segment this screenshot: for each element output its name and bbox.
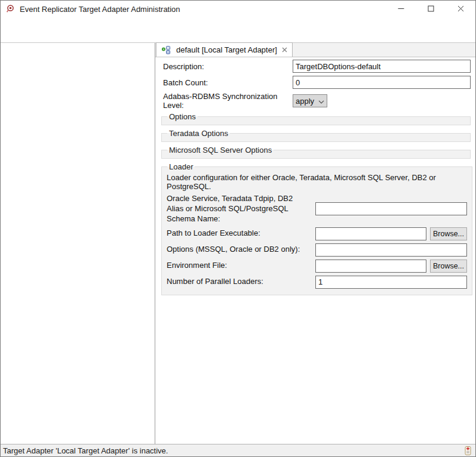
loader-group: Loader Loader configuration for either O… [161, 162, 472, 295]
app-window: Event Replicator Target Adapter Administ… [0, 0, 476, 457]
tab-close-icon[interactable] [282, 47, 287, 53]
maximize-icon [428, 5, 434, 14]
maximize-button[interactable] [416, 1, 446, 17]
options-group: Options [161, 112, 471, 125]
status-bar: Target Adapter 'Local Target Adapter' is… [1, 444, 475, 456]
minimize-button[interactable] [386, 1, 416, 17]
chevron-down-icon [318, 97, 324, 106]
menu-bar [1, 17, 475, 30]
loader-group-title: Loader [167, 162, 195, 171]
environment-file-row: Environment File: Browse... [167, 260, 467, 273]
main-area: default [Local Target Adapter] Descripti… [1, 42, 475, 444]
toolbar [1, 30, 475, 42]
window-controls [386, 1, 475, 17]
parallel-loaders-input[interactable] [315, 276, 467, 289]
sync-level-label: Adabas-RDBMS Synchronization Level: [163, 92, 293, 110]
batch-count-input[interactable] [293, 76, 471, 89]
description-input[interactable] [293, 60, 471, 73]
editor-tab[interactable]: default [Local Target Adapter] [156, 42, 293, 57]
title-bar: Event Replicator Target Adapter Administ… [1, 1, 475, 17]
schema-name-label: Oracle Service, Teradata Tdpip, DB2 Alia… [167, 194, 311, 224]
loader-path-browse-button[interactable]: Browse... [430, 227, 467, 240]
target-db-options-icon [161, 45, 171, 55]
loader-options-row: Options (MSSQL, Oracle or DB2 only): [167, 243, 467, 257]
environment-file-browse-button[interactable]: Browse... [430, 260, 467, 273]
environment-file-input[interactable] [315, 260, 426, 273]
environment-file-label: Environment File: [167, 261, 311, 271]
loader-options-input[interactable] [315, 243, 467, 257]
schema-name-input[interactable] [315, 202, 467, 215]
loader-path-input[interactable] [315, 227, 426, 240]
sync-level-row: Adabas-RDBMS Synchronization Level: appl… [163, 92, 471, 110]
editor-tab-bar: default [Local Target Adapter] [155, 43, 475, 57]
status-indicator-icon [464, 446, 472, 456]
loader-path-label: Path to Loader Executable: [167, 229, 311, 239]
editor-area: default [Local Target Adapter] Descripti… [155, 43, 475, 444]
status-text: Target Adapter 'Local Target Adapter' is… [3, 446, 168, 455]
mssql-group-title: Microsoft SQL Server Options [167, 146, 274, 155]
teradata-group-title: Teradata Options [167, 129, 230, 138]
loader-description: Loader configuration for either Oracle, … [167, 173, 467, 191]
sync-level-select[interactable]: apply [293, 94, 327, 107]
sync-level-value: apply [296, 97, 316, 106]
loader-path-row: Path to Loader Executable: Browse... [167, 227, 467, 240]
editor-form: Description: Batch Count: Adabas-RDBMS S… [155, 57, 475, 444]
batch-count-label: Batch Count: [163, 78, 293, 87]
description-row: Description: [163, 60, 471, 73]
minimize-icon [398, 5, 404, 14]
editor-tab-label: default [Local Target Adapter] [176, 45, 277, 54]
description-label: Description: [163, 62, 293, 71]
parallel-loaders-label: Number of Parallel Loaders: [167, 277, 311, 287]
options-group-title: Options [167, 112, 198, 121]
window-title: Event Replicator Target Adapter Administ… [20, 5, 180, 14]
mssql-options-group: Microsoft SQL Server Options [161, 146, 471, 159]
teradata-options-group: Teradata Options [161, 129, 471, 142]
schema-name-row: Oracle Service, Teradata Tdpip, DB2 Alia… [167, 194, 467, 224]
close-icon [457, 5, 464, 14]
batch-count-row: Batch Count: [163, 76, 471, 89]
navigation-tree [1, 43, 155, 444]
loader-options-label: Options (MSSQL, Oracle or DB2 only): [167, 245, 311, 255]
close-button[interactable] [446, 1, 475, 17]
replicator-app-icon [5, 4, 16, 14]
parallel-loaders-row: Number of Parallel Loaders: [167, 276, 467, 289]
view-controls [471, 43, 475, 57]
